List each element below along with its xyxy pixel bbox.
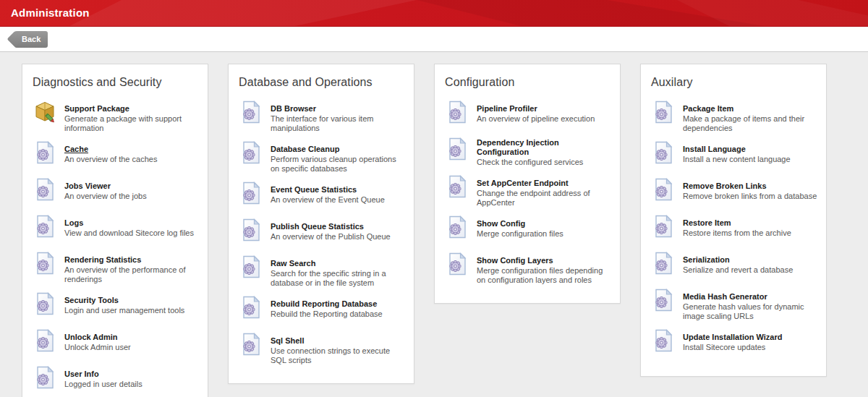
app-header: Administration: [0, 0, 868, 27]
back-button[interactable]: Back: [14, 31, 48, 48]
item-desc: An overview of the caches: [64, 155, 199, 164]
tool-item-text: Sql Shell Use connection strings to exec…: [271, 333, 405, 365]
item-desc: Serialize and revert a database: [683, 265, 817, 275]
tool-item[interactable]: Unlock Admin Unlock Admin user: [31, 329, 199, 358]
tool-item-text: Show Config Merge configuration files: [477, 215, 611, 244]
tool-item-text: Update Installation Wizard Install Sitec…: [683, 329, 817, 358]
item-title[interactable]: Rebuild Reporting Database: [271, 299, 377, 309]
tool-item[interactable]: Remove Broken Links Remove broken links …: [650, 178, 817, 207]
item-desc: Perform various cleanup operations on sp…: [271, 155, 405, 174]
item-title[interactable]: Remove Broken Links: [683, 182, 767, 191]
document-gear-icon: [239, 182, 263, 205]
item-desc: Merge configuration files depending on c…: [477, 266, 611, 285]
tool-item[interactable]: Restore Item Restore items from the arch…: [650, 215, 817, 244]
tool-item[interactable]: Raw Search Search for the specific strin…: [237, 255, 405, 288]
tool-item[interactable]: Show Config Merge configuration files: [443, 215, 611, 244]
item-desc: An overview of the performance of render…: [64, 265, 199, 284]
tool-item[interactable]: Set AppCenter Endpoint Change the endpoi…: [443, 175, 611, 208]
tool-item-text: Pipeline Profiler An overview of pipelin…: [477, 101, 611, 129]
item-title[interactable]: Pipeline Profiler: [477, 104, 537, 114]
item-desc: The interface for various item manipulat…: [271, 114, 405, 133]
card-title: Auxilary: [651, 76, 817, 89]
tool-item[interactable]: Rendering Statistics An overview of the …: [31, 252, 199, 284]
tool-item[interactable]: Support Package Generate a package with …: [31, 101, 199, 133]
document-gear-icon: [652, 101, 675, 124]
item-title[interactable]: Set AppCenter Endpoint: [477, 179, 569, 188]
tool-item[interactable]: Jobs Viewer An overview of the jobs: [31, 178, 199, 207]
item-title[interactable]: Install Language: [683, 145, 746, 154]
tool-item[interactable]: User Info Logged in user details: [31, 366, 199, 395]
item-title[interactable]: Raw Search: [271, 259, 315, 268]
document-gear-icon: [652, 141, 675, 164]
item-desc: Rebuild the Reporting database: [271, 310, 405, 319]
item-desc: An overview of pipeline execution: [477, 114, 611, 124]
item-title[interactable]: DB Browser: [271, 104, 316, 114]
tool-item-text: Publish Queue Statistics An overview of …: [271, 218, 405, 247]
item-title[interactable]: Sql Shell: [271, 336, 304, 346]
item-desc: An overview of the Publish Queue: [271, 232, 405, 242]
item-title[interactable]: Update Installation Wizard: [683, 333, 782, 342]
card-title: Configuration: [445, 76, 611, 89]
item-title[interactable]: Show Config: [477, 219, 525, 229]
item-title[interactable]: Restore Item: [683, 218, 731, 228]
item-desc: Install Sitecore updates: [683, 343, 817, 352]
item-desc: Generate a package with support informat…: [64, 114, 199, 133]
tool-item[interactable]: Publish Queue Statistics An overview of …: [237, 218, 405, 247]
tool-item[interactable]: Event Queue Statistics An overview of th…: [237, 182, 405, 210]
item-title[interactable]: Support Package: [64, 104, 129, 114]
tool-item-text: Dependency Injection Configuration Check…: [477, 137, 611, 167]
tool-item[interactable]: Cache An overview of the caches: [31, 141, 199, 170]
tool-item[interactable]: Database Cleanup Perform various cleanup…: [237, 141, 405, 174]
tool-item[interactable]: Install Language Install a new content l…: [650, 141, 817, 170]
item-desc: Make a package of items and their depend…: [683, 114, 817, 133]
item-title[interactable]: Publish Queue Statistics: [271, 222, 364, 231]
card-items: Support Package Generate a package with …: [31, 101, 199, 395]
tool-item[interactable]: Package Item Make a package of items and…: [650, 101, 817, 133]
item-title[interactable]: Logs: [64, 218, 83, 228]
toolbar: Back: [0, 27, 868, 52]
item-desc: Login and user management tools: [64, 306, 199, 315]
tool-item[interactable]: Rebuild Reporting Database Rebuild the R…: [237, 296, 405, 325]
tool-item-text: Show Config Layers Merge configuration f…: [477, 252, 611, 285]
item-desc: Restore items from the archive: [683, 229, 817, 238]
document-gear-icon: [33, 178, 56, 201]
tool-item-text: Package Item Make a package of items and…: [683, 101, 817, 133]
item-title[interactable]: Dependency Injection Configuration: [477, 138, 611, 157]
document-gear-icon: [446, 252, 469, 276]
item-desc: Install a new content language: [683, 155, 817, 164]
item-title[interactable]: Media Hash Generator: [683, 292, 767, 302]
tool-item[interactable]: DB Browser The interface for various ite…: [237, 101, 405, 133]
item-title[interactable]: Security Tools: [64, 296, 119, 305]
item-title[interactable]: Package Item: [683, 104, 733, 114]
tool-item-text: Rebuild Reporting Database Rebuild the R…: [271, 296, 405, 325]
tool-item[interactable]: Media Hash Generator Generate hash value…: [650, 289, 817, 321]
card-items: Pipeline Profiler An overview of pipelin…: [443, 101, 611, 285]
item-title[interactable]: Event Queue Statistics: [271, 185, 357, 195]
document-gear-icon: [652, 289, 675, 312]
item-desc: View and download Sitecore log files: [64, 229, 199, 238]
item-title[interactable]: Cache: [64, 145, 88, 154]
item-desc: An overview of the Event Queue: [271, 195, 405, 205]
tool-item[interactable]: Pipeline Profiler An overview of pipelin…: [443, 101, 611, 129]
tool-item[interactable]: Dependency Injection Configuration Check…: [443, 137, 611, 167]
tool-item[interactable]: Update Installation Wizard Install Sitec…: [650, 329, 817, 358]
tool-item-text: Restore Item Restore items from the arch…: [683, 215, 817, 244]
content-area: Diagnostics and Security Support Package…: [0, 52, 868, 397]
item-title[interactable]: Serialization: [683, 255, 730, 265]
document-gear-icon: [239, 218, 263, 242]
tool-item[interactable]: Show Config Layers Merge configuration f…: [443, 252, 611, 285]
tool-item[interactable]: Logs View and download Sitecore log file…: [31, 215, 199, 244]
item-title[interactable]: Show Config Layers: [477, 256, 553, 265]
item-title[interactable]: Rendering Statistics: [64, 255, 141, 265]
item-title[interactable]: Jobs Viewer: [64, 182, 111, 191]
tool-item[interactable]: Sql Shell Use connection strings to exec…: [237, 333, 405, 365]
item-desc: Use connection strings to execute SQL sc…: [271, 346, 405, 365]
tool-item[interactable]: Serialization Serialize and revert a dat…: [650, 252, 817, 281]
page-title: Administration: [0, 0, 868, 26]
item-title[interactable]: User Info: [64, 370, 99, 379]
item-title[interactable]: Unlock Admin: [64, 333, 118, 342]
tool-item[interactable]: Security Tools Login and user management…: [31, 292, 199, 321]
item-title[interactable]: Database Cleanup: [271, 145, 339, 154]
tool-item-text: Install Language Install a new content l…: [683, 141, 817, 170]
tool-item-text: Unlock Admin Unlock Admin user: [64, 329, 199, 358]
